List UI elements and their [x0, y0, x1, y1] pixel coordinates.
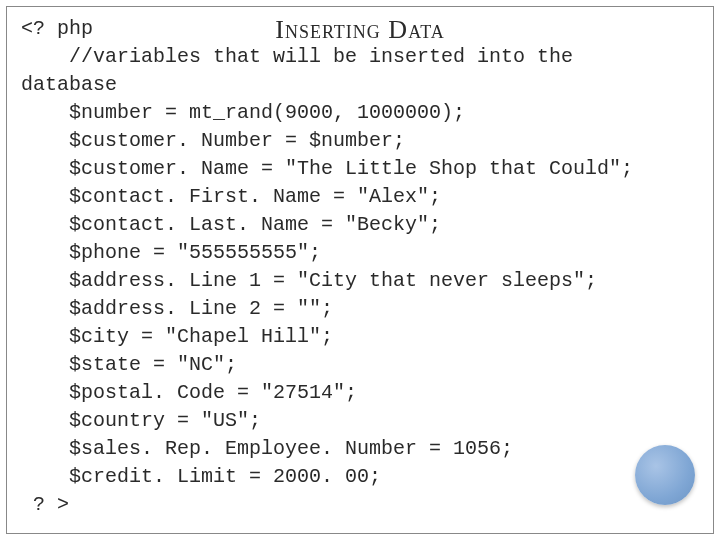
- code-line: $address. Line 1 = "City that never slee…: [21, 269, 597, 292]
- code-line: $state = "NC";: [21, 353, 237, 376]
- decorative-circle-icon: [635, 445, 695, 505]
- code-comment: //variables that will be inserted into t…: [21, 45, 573, 68]
- code-line: $contact. Last. Name = "Becky";: [21, 213, 441, 236]
- code-line: $number = mt_rand(9000, 1000000);: [21, 101, 465, 124]
- code-line: $address. Line 2 = "";: [21, 297, 333, 320]
- code-line: $city = "Chapel Hill";: [21, 325, 333, 348]
- code-line: $customer. Number = $number;: [21, 129, 405, 152]
- code-close-tag: ? >: [21, 493, 69, 516]
- code-line: $postal. Code = "27514";: [21, 381, 357, 404]
- slide-border: Inserting Data <? php //variables that w…: [6, 6, 714, 534]
- slide: Inserting Data <? php //variables that w…: [0, 0, 720, 540]
- code-line: $contact. First. Name = "Alex";: [21, 185, 441, 208]
- code-block: <? php //variables that will be inserted…: [21, 15, 699, 519]
- code-line: $credit. Limit = 2000. 00;: [21, 465, 381, 488]
- code-database: database: [21, 73, 117, 96]
- code-line: $country = "US";: [21, 409, 261, 432]
- code-line: $sales. Rep. Employee. Number = 1056;: [21, 437, 513, 460]
- code-open-tag: <? php: [21, 17, 93, 40]
- code-line: $customer. Name = "The Little Shop that …: [21, 157, 633, 180]
- code-line: $phone = "555555555";: [21, 241, 321, 264]
